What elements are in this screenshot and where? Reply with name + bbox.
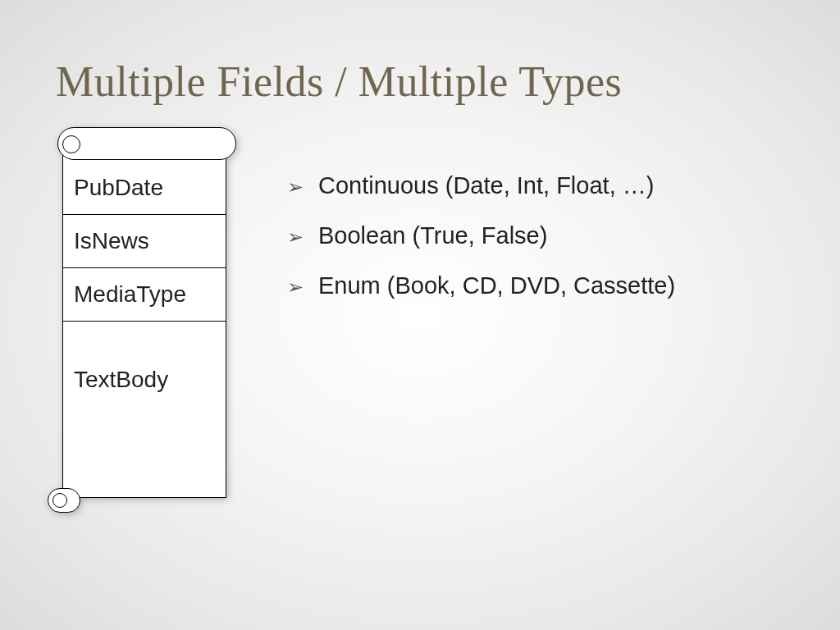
chevron-icon: ➢ — [287, 276, 304, 299]
slide-title: Multiple Fields / Multiple Types — [56, 57, 622, 106]
field-pubdate: PubDate — [62, 162, 226, 215]
bullet-continuous: ➢ Continuous (Date, Int, Float, …) — [287, 172, 788, 199]
field-textbody: TextBody — [62, 322, 226, 442]
chevron-icon: ➢ — [287, 226, 304, 249]
bullet-text: Boolean (True, False) — [318, 222, 547, 249]
scroll-bottom-curl — [52, 493, 67, 508]
scroll-top-roll — [57, 127, 236, 160]
bullet-enum: ➢ Enum (Book, CD, DVD, Cassette) — [287, 272, 788, 299]
scroll-top-curl — [62, 135, 80, 153]
field-mediatype: MediaType — [62, 268, 226, 322]
chevron-icon: ➢ — [287, 176, 304, 199]
field-list: PubDate IsNews MediaType TextBody — [62, 162, 226, 442]
scroll-diagram: PubDate IsNews MediaType TextBody — [48, 127, 232, 513]
field-isnews: IsNews — [62, 215, 226, 268]
bullet-boolean: ➢ Boolean (True, False) — [287, 222, 788, 249]
bullet-list: ➢ Continuous (Date, Int, Float, …) ➢ Boo… — [287, 172, 788, 322]
bullet-text: Enum (Book, CD, DVD, Cassette) — [318, 272, 675, 299]
bullet-text: Continuous (Date, Int, Float, …) — [318, 172, 654, 199]
